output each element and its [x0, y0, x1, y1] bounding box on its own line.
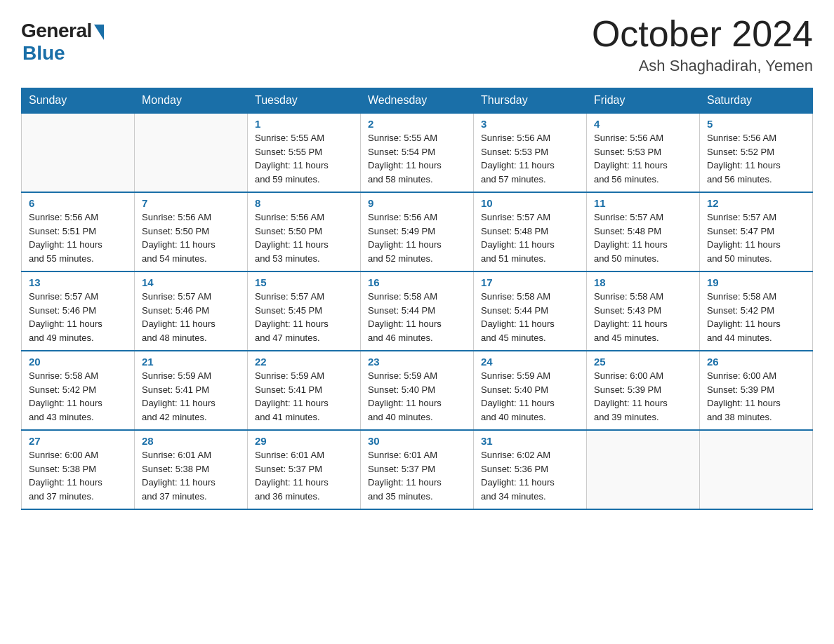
- day-number: 3: [481, 118, 579, 130]
- day-number: 14: [142, 276, 240, 288]
- calendar-cell: 27Sunrise: 6:00 AM Sunset: 5:38 PM Dayli…: [22, 430, 135, 509]
- day-number: 20: [29, 356, 127, 368]
- day-info: Sunrise: 5:57 AM Sunset: 5:46 PM Dayligh…: [29, 291, 102, 343]
- day-number: 18: [594, 276, 692, 288]
- calendar-cell: 5Sunrise: 5:56 AM Sunset: 5:52 PM Daylig…: [700, 113, 813, 192]
- day-info: Sunrise: 5:56 AM Sunset: 5:53 PM Dayligh…: [594, 133, 668, 185]
- day-info: Sunrise: 5:59 AM Sunset: 5:41 PM Dayligh…: [255, 370, 329, 422]
- page-header: General Blue October 2024 Ash Shaghadira…: [21, 14, 813, 75]
- title-section: October 2024 Ash Shaghadirah, Yemen: [592, 14, 813, 75]
- calendar-cell: 10Sunrise: 5:57 AM Sunset: 5:48 PM Dayli…: [474, 192, 587, 271]
- calendar-cell: 12Sunrise: 5:57 AM Sunset: 5:47 PM Dayli…: [700, 192, 813, 271]
- day-number: 24: [481, 356, 579, 368]
- day-info: Sunrise: 5:57 AM Sunset: 5:48 PM Dayligh…: [481, 212, 555, 264]
- day-number: 16: [368, 276, 466, 288]
- day-info: Sunrise: 5:55 AM Sunset: 5:54 PM Dayligh…: [368, 133, 442, 185]
- day-number: 21: [142, 356, 240, 368]
- day-number: 9: [368, 197, 466, 209]
- header-sunday: Sunday: [22, 88, 135, 114]
- calendar-cell: 21Sunrise: 5:59 AM Sunset: 5:41 PM Dayli…: [135, 351, 248, 430]
- day-info: Sunrise: 5:56 AM Sunset: 5:50 PM Dayligh…: [255, 212, 329, 264]
- calendar-cell: 22Sunrise: 5:59 AM Sunset: 5:41 PM Dayli…: [248, 351, 361, 430]
- day-number: 6: [29, 197, 127, 209]
- day-number: 27: [29, 435, 127, 447]
- day-number: 19: [707, 276, 805, 288]
- calendar-cell: 7Sunrise: 5:56 AM Sunset: 5:50 PM Daylig…: [135, 192, 248, 271]
- calendar-cell: [22, 113, 135, 192]
- header-friday: Friday: [587, 88, 700, 114]
- header-tuesday: Tuesday: [248, 88, 361, 114]
- day-info: Sunrise: 5:56 AM Sunset: 5:52 PM Dayligh…: [707, 133, 781, 185]
- header-saturday: Saturday: [700, 88, 813, 114]
- logo-general-text: General: [21, 20, 92, 42]
- calendar-cell: 28Sunrise: 6:01 AM Sunset: 5:38 PM Dayli…: [135, 430, 248, 509]
- calendar-cell: 31Sunrise: 6:02 AM Sunset: 5:36 PM Dayli…: [474, 430, 587, 509]
- logo: General Blue: [21, 14, 104, 65]
- day-info: Sunrise: 5:56 AM Sunset: 5:50 PM Dayligh…: [142, 212, 216, 264]
- day-info: Sunrise: 5:55 AM Sunset: 5:55 PM Dayligh…: [255, 133, 329, 185]
- calendar-cell: 18Sunrise: 5:58 AM Sunset: 5:43 PM Dayli…: [587, 271, 700, 351]
- calendar-cell: 20Sunrise: 5:58 AM Sunset: 5:42 PM Dayli…: [22, 351, 135, 430]
- calendar-cell: 30Sunrise: 6:01 AM Sunset: 5:37 PM Dayli…: [361, 430, 474, 509]
- calendar-cell: 14Sunrise: 5:57 AM Sunset: 5:46 PM Dayli…: [135, 271, 248, 351]
- calendar-cell: 19Sunrise: 5:58 AM Sunset: 5:42 PM Dayli…: [700, 271, 813, 351]
- day-number: 4: [594, 118, 692, 130]
- day-info: Sunrise: 5:56 AM Sunset: 5:53 PM Dayligh…: [481, 133, 555, 185]
- calendar-cell: 25Sunrise: 6:00 AM Sunset: 5:39 PM Dayli…: [587, 351, 700, 430]
- calendar-cell: 8Sunrise: 5:56 AM Sunset: 5:50 PM Daylig…: [248, 192, 361, 271]
- day-info: Sunrise: 5:58 AM Sunset: 5:42 PM Dayligh…: [707, 291, 781, 343]
- calendar-week-row: 6Sunrise: 5:56 AM Sunset: 5:51 PM Daylig…: [22, 192, 813, 271]
- calendar-cell: 16Sunrise: 5:58 AM Sunset: 5:44 PM Dayli…: [361, 271, 474, 351]
- calendar-cell: 3Sunrise: 5:56 AM Sunset: 5:53 PM Daylig…: [474, 113, 587, 192]
- calendar-cell: 11Sunrise: 5:57 AM Sunset: 5:48 PM Dayli…: [587, 192, 700, 271]
- day-number: 7: [142, 197, 240, 209]
- day-info: Sunrise: 5:58 AM Sunset: 5:44 PM Dayligh…: [481, 291, 555, 343]
- calendar-week-row: 1Sunrise: 5:55 AM Sunset: 5:55 PM Daylig…: [22, 113, 813, 192]
- month-title: October 2024: [592, 14, 813, 54]
- header-wednesday: Wednesday: [361, 88, 474, 114]
- logo-triangle-icon: [94, 25, 104, 40]
- calendar-header-row: SundayMondayTuesdayWednesdayThursdayFrid…: [22, 88, 813, 114]
- day-info: Sunrise: 5:57 AM Sunset: 5:47 PM Dayligh…: [707, 212, 781, 264]
- calendar-cell: [135, 113, 248, 192]
- day-info: Sunrise: 5:58 AM Sunset: 5:42 PM Dayligh…: [29, 370, 102, 422]
- calendar-cell: 26Sunrise: 6:00 AM Sunset: 5:39 PM Dayli…: [700, 351, 813, 430]
- day-info: Sunrise: 5:59 AM Sunset: 5:40 PM Dayligh…: [368, 370, 442, 422]
- day-info: Sunrise: 5:59 AM Sunset: 5:41 PM Dayligh…: [142, 370, 216, 422]
- day-number: 15: [255, 276, 353, 288]
- day-info: Sunrise: 6:01 AM Sunset: 5:37 PM Dayligh…: [368, 450, 442, 502]
- calendar-week-row: 13Sunrise: 5:57 AM Sunset: 5:46 PM Dayli…: [22, 271, 813, 351]
- calendar-cell: 1Sunrise: 5:55 AM Sunset: 5:55 PM Daylig…: [248, 113, 361, 192]
- calendar-cell: [700, 430, 813, 509]
- day-number: 23: [368, 356, 466, 368]
- day-info: Sunrise: 6:01 AM Sunset: 5:38 PM Dayligh…: [142, 450, 216, 502]
- day-info: Sunrise: 5:59 AM Sunset: 5:40 PM Dayligh…: [481, 370, 555, 422]
- logo-blue-text: Blue: [22, 42, 65, 65]
- day-info: Sunrise: 5:57 AM Sunset: 5:45 PM Dayligh…: [255, 291, 329, 343]
- day-number: 10: [481, 197, 579, 209]
- day-number: 1: [255, 118, 353, 130]
- day-number: 2: [368, 118, 466, 130]
- day-info: Sunrise: 5:57 AM Sunset: 5:46 PM Dayligh…: [142, 291, 216, 343]
- day-number: 8: [255, 197, 353, 209]
- day-info: Sunrise: 5:58 AM Sunset: 5:44 PM Dayligh…: [368, 291, 442, 343]
- day-info: Sunrise: 6:02 AM Sunset: 5:36 PM Dayligh…: [481, 450, 555, 502]
- day-number: 22: [255, 356, 353, 368]
- header-thursday: Thursday: [474, 88, 587, 114]
- calendar-cell: 6Sunrise: 5:56 AM Sunset: 5:51 PM Daylig…: [22, 192, 135, 271]
- day-info: Sunrise: 6:00 AM Sunset: 5:39 PM Dayligh…: [707, 370, 781, 422]
- calendar-cell: 4Sunrise: 5:56 AM Sunset: 5:53 PM Daylig…: [587, 113, 700, 192]
- day-number: 28: [142, 435, 240, 447]
- calendar-cell: 29Sunrise: 6:01 AM Sunset: 5:37 PM Dayli…: [248, 430, 361, 509]
- calendar-cell: 24Sunrise: 5:59 AM Sunset: 5:40 PM Dayli…: [474, 351, 587, 430]
- header-monday: Monday: [135, 88, 248, 114]
- calendar-cell: [587, 430, 700, 509]
- calendar-cell: 23Sunrise: 5:59 AM Sunset: 5:40 PM Dayli…: [361, 351, 474, 430]
- day-number: 13: [29, 276, 127, 288]
- day-number: 17: [481, 276, 579, 288]
- day-number: 5: [707, 118, 805, 130]
- calendar-cell: 17Sunrise: 5:58 AM Sunset: 5:44 PM Dayli…: [474, 271, 587, 351]
- day-info: Sunrise: 5:58 AM Sunset: 5:43 PM Dayligh…: [594, 291, 668, 343]
- location-title: Ash Shaghadirah, Yemen: [592, 57, 813, 75]
- day-info: Sunrise: 6:00 AM Sunset: 5:39 PM Dayligh…: [594, 370, 668, 422]
